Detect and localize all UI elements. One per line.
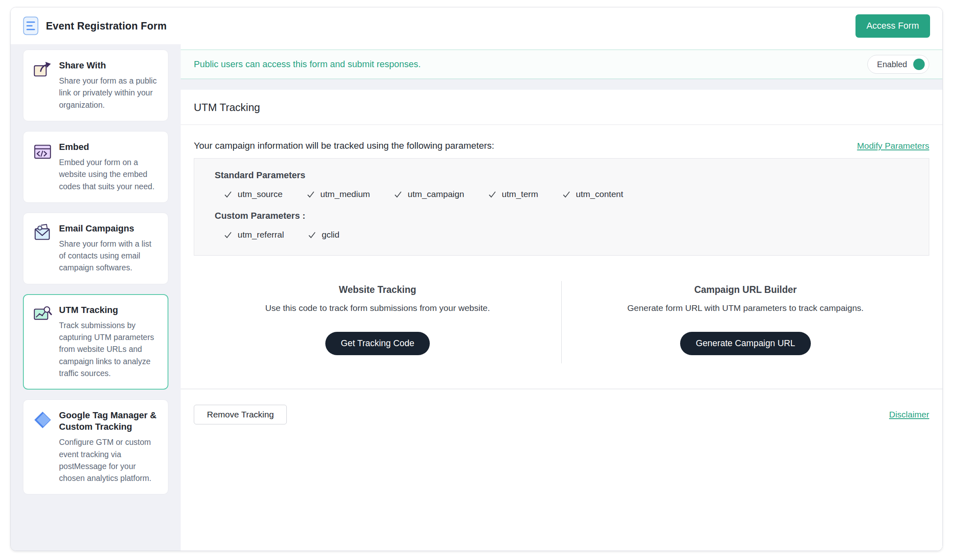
sidebar-item-description: Embed your form on a website using the e… bbox=[59, 156, 160, 193]
parameter-label: utm_referral bbox=[238, 230, 284, 240]
generate-campaign-url-button[interactable]: Generate Campaign URL bbox=[680, 332, 811, 355]
check-icon bbox=[562, 190, 571, 199]
check-icon bbox=[308, 231, 316, 239]
parameter-item: utm_content bbox=[562, 189, 624, 199]
parameter-item: utm_campaign bbox=[394, 189, 464, 199]
check-icon bbox=[306, 190, 315, 199]
sidebar-item-email-campaigns[interactable]: Email Campaigns Share your form with a l… bbox=[23, 213, 168, 284]
sidebar-item-label: UTM Tracking bbox=[59, 304, 160, 316]
sidebar-item-label: Embed bbox=[59, 141, 160, 153]
window-header: Event Registration Form Access Form bbox=[11, 7, 942, 44]
access-form-button[interactable]: Access Form bbox=[855, 14, 930, 38]
modify-parameters-link[interactable]: Modify Parameters bbox=[857, 141, 929, 151]
sidebar-item-share-with[interactable]: Share With Share your form as a public l… bbox=[23, 50, 168, 121]
check-icon bbox=[224, 190, 232, 199]
parameter-label: gclid bbox=[322, 230, 339, 240]
sidebar-item-label: Share With bbox=[59, 60, 160, 71]
check-icon bbox=[224, 231, 232, 239]
parameter-label: utm_medium bbox=[320, 189, 370, 199]
form-access-message: Public users can access this form and su… bbox=[194, 59, 421, 70]
campaign-url-builder-section: Campaign URL Builder Generate form URL w… bbox=[561, 281, 929, 363]
parameter-label: utm_content bbox=[576, 189, 624, 199]
email-campaign-icon bbox=[33, 224, 52, 243]
parameter-item: gclid bbox=[308, 230, 339, 240]
get-tracking-code-button[interactable]: Get Tracking Code bbox=[325, 332, 430, 355]
code-icon bbox=[33, 142, 52, 161]
form-access-toggle[interactable]: Enabled bbox=[867, 55, 929, 74]
page-title: Event Registration Form bbox=[46, 20, 167, 32]
parameter-item: utm_referral bbox=[224, 230, 284, 240]
sidebar-item-description: Share your form as a public link or priv… bbox=[59, 75, 160, 111]
disclaimer-link[interactable]: Disclaimer bbox=[889, 410, 929, 419]
campaign-url-builder-description: Generate form URL with UTM parameters to… bbox=[570, 303, 921, 313]
main-panel: Public users can access this form and su… bbox=[181, 44, 942, 551]
parameter-label: utm_term bbox=[502, 189, 538, 199]
sidebar-item-label: Google Tag Manager & Custom Tracking bbox=[59, 410, 160, 433]
parameter-label: utm_campaign bbox=[408, 189, 464, 199]
standard-parameters-title: Standard Parameters bbox=[215, 170, 918, 181]
sidebar-item-label: Email Campaigns bbox=[59, 223, 160, 234]
section-separator bbox=[181, 79, 942, 90]
parameter-item: utm_term bbox=[488, 189, 538, 199]
custom-parameters-title: Custom Parameters : bbox=[215, 211, 918, 221]
standard-parameters-list: utm_source utm_medium utm_campaign bbox=[224, 189, 918, 199]
utm-intro-text: Your campaign information will be tracke… bbox=[194, 141, 494, 151]
form-share-window: Event Registration Form Access Form Shar… bbox=[10, 7, 943, 551]
website-tracking-description: Use this code to track form submissions … bbox=[202, 303, 553, 313]
toggle-state-label: Enabled bbox=[877, 60, 907, 69]
parameter-label: utm_source bbox=[238, 189, 283, 199]
utm-tracking-content: UTM Tracking Your campaign information w… bbox=[181, 90, 942, 551]
share-options-sidebar: Share With Share your form as a public l… bbox=[11, 44, 181, 551]
sidebar-item-gtm-custom-tracking[interactable]: Google Tag Manager & Custom Tracking Con… bbox=[23, 399, 168, 494]
parameters-box: Standard Parameters utm_source utm_mediu… bbox=[194, 158, 929, 256]
sidebar-item-embed[interactable]: Embed Embed your form on a website using… bbox=[23, 131, 168, 203]
website-tracking-section: Website Tracking Use this code to track … bbox=[194, 281, 561, 363]
gtm-icon bbox=[33, 410, 52, 429]
toggle-on-indicator bbox=[913, 59, 925, 70]
form-document-icon bbox=[23, 16, 39, 35]
sidebar-item-description: Configure GTM or custom event tracking v… bbox=[59, 436, 160, 484]
utm-chart-icon bbox=[33, 305, 52, 324]
parameter-item: utm_medium bbox=[306, 189, 370, 199]
share-icon bbox=[33, 61, 52, 79]
check-icon bbox=[488, 190, 497, 199]
sidebar-item-description: Track submissions by capturing UTM param… bbox=[59, 320, 160, 379]
section-title: UTM Tracking bbox=[181, 90, 942, 125]
sidebar-item-utm-tracking[interactable]: UTM Tracking Track submissions by captur… bbox=[23, 294, 168, 390]
sidebar-item-description: Share your form with a list of contacts … bbox=[59, 238, 160, 274]
remove-tracking-button[interactable]: Remove Tracking bbox=[194, 405, 287, 424]
check-icon bbox=[394, 190, 402, 199]
campaign-url-builder-title: Campaign URL Builder bbox=[570, 284, 921, 295]
form-access-banner: Public users can access this form and su… bbox=[181, 50, 942, 79]
parameter-item: utm_source bbox=[224, 189, 283, 199]
website-tracking-title: Website Tracking bbox=[202, 284, 553, 295]
custom-parameters-list: utm_referral gclid bbox=[224, 230, 918, 240]
